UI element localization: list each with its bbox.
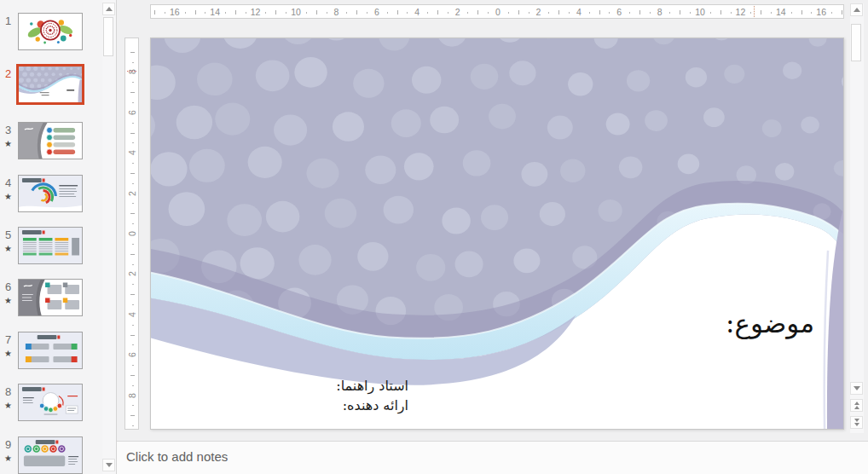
animation-star-icon: ★ bbox=[4, 349, 12, 358]
ruler-position-indicator bbox=[127, 71, 136, 72]
ruler-number: 10 bbox=[291, 7, 301, 17]
scrollbar-thumb[interactable] bbox=[851, 24, 861, 61]
ruler-tick bbox=[132, 284, 134, 285]
slide-thumbnail-3[interactable] bbox=[18, 122, 83, 159]
ruler-tick bbox=[132, 183, 134, 184]
slide-number-label: 4 bbox=[5, 176, 11, 189]
ruler-tick bbox=[286, 12, 286, 14]
ruler-tick bbox=[130, 52, 135, 53]
slide-thumbnail-6[interactable] bbox=[18, 279, 83, 316]
slide-thumbnail-5[interactable] bbox=[18, 227, 83, 264]
next-slide-button[interactable] bbox=[850, 416, 863, 429]
ruler-tick bbox=[165, 12, 165, 14]
notes-pane[interactable]: Click to add notes bbox=[117, 441, 868, 474]
slide-number-label: 7 bbox=[5, 333, 11, 346]
ruler-tick bbox=[609, 12, 610, 14]
thumbnail-art bbox=[19, 437, 82, 473]
horizontal-ruler: 1614121086420246810121416 bbox=[150, 4, 844, 19]
ruler-tick bbox=[132, 102, 134, 103]
thumbnail-art bbox=[19, 280, 82, 315]
ruler-tick bbox=[367, 12, 367, 14]
ruler-tick bbox=[791, 12, 792, 14]
double-up-arrow-icon bbox=[854, 402, 859, 405]
vertical-ruler: 864202468 bbox=[124, 38, 139, 430]
ruler-tick bbox=[132, 405, 134, 406]
slide-thumbnail-7[interactable] bbox=[18, 332, 83, 369]
ruler-number: 0 bbox=[127, 228, 137, 240]
ruler-number: 2 bbox=[535, 7, 541, 17]
slide-number-label: 2 bbox=[5, 67, 11, 80]
ruler-number: 8 bbox=[127, 66, 137, 78]
scroll-up-button[interactable] bbox=[850, 3, 863, 16]
ruler-tick bbox=[801, 10, 802, 14]
ruler-tick bbox=[132, 344, 134, 345]
animation-star-icon: ★ bbox=[4, 401, 12, 410]
ruler-tick bbox=[750, 12, 751, 14]
thumbnail-item: 2 bbox=[0, 66, 117, 110]
ruler-tick bbox=[508, 12, 509, 14]
notes-placeholder: Click to add notes bbox=[126, 449, 228, 464]
ruler-tick bbox=[130, 335, 135, 336]
triangle-down-icon bbox=[106, 463, 113, 467]
ruler-tick bbox=[132, 365, 134, 366]
ruler-tick bbox=[650, 12, 651, 14]
double-down-arrow-icon bbox=[854, 423, 859, 426]
main-scrollbar[interactable] bbox=[850, 3, 864, 433]
slide-thumbnail-8[interactable] bbox=[18, 384, 83, 421]
ruler-number: 8 bbox=[657, 7, 663, 17]
triangle-up-icon bbox=[106, 7, 113, 11]
slide-thumbnail-2[interactable] bbox=[16, 64, 84, 105]
ruler-number: 4 bbox=[576, 7, 582, 17]
slide-canvas[interactable]: موضوع: استاد راهنما: ارائه دهنده: bbox=[150, 38, 844, 430]
slide-thumbnail-4[interactable] bbox=[18, 175, 83, 212]
triangle-down-icon bbox=[854, 386, 860, 390]
thumbnail-item: 5★ bbox=[0, 227, 117, 271]
slide-title-textbox[interactable]: موضوع: bbox=[726, 308, 814, 338]
ruler-tick bbox=[130, 254, 135, 255]
ruler-tick bbox=[205, 12, 205, 14]
ruler-tick bbox=[327, 12, 327, 14]
ruler-tick bbox=[306, 12, 307, 14]
scroll-down-button[interactable] bbox=[850, 382, 863, 395]
ruler-tick bbox=[407, 12, 408, 14]
ruler-tick bbox=[130, 133, 135, 134]
ruler-tick bbox=[467, 12, 468, 14]
slide-thumbnail-1[interactable] bbox=[18, 13, 83, 50]
ruler-number: 14 bbox=[210, 7, 220, 17]
ruler-tick bbox=[132, 304, 134, 305]
ruler-tick bbox=[195, 10, 196, 14]
thumbnail-art bbox=[19, 332, 82, 368]
ruler-tick bbox=[265, 12, 266, 14]
previous-slide-button[interactable] bbox=[850, 399, 863, 412]
slide-thumbnail-9[interactable] bbox=[18, 436, 83, 474]
ruler-tick bbox=[397, 10, 398, 14]
thumbnail-item: 7★ bbox=[0, 332, 117, 376]
ruler-tick bbox=[831, 12, 832, 14]
ruler-tick bbox=[639, 10, 640, 14]
ruler-tick bbox=[488, 12, 489, 14]
ruler-tick bbox=[275, 10, 276, 14]
ruler-number: 6 bbox=[374, 7, 379, 17]
thumbnail-art bbox=[19, 228, 82, 263]
thumbnail-item: 8★ bbox=[0, 384, 117, 428]
thumbnail-item: 1 bbox=[0, 13, 117, 57]
ruler-tick bbox=[132, 325, 134, 326]
slide-number-label: 1 bbox=[5, 14, 11, 27]
thumbnail-item: 3★ bbox=[0, 122, 117, 166]
ruler-tick bbox=[680, 10, 680, 14]
scroll-up-button[interactable] bbox=[102, 3, 115, 15]
ruler-number: 2 bbox=[455, 7, 460, 17]
ruler-tick bbox=[448, 12, 448, 14]
scrollbar-thumb[interactable] bbox=[103, 17, 113, 56]
thumbnail-art bbox=[19, 66, 82, 102]
ruler-number: 4 bbox=[414, 7, 420, 17]
thumbnail-item: 4★ bbox=[0, 175, 117, 219]
ruler-tick bbox=[154, 10, 155, 14]
slide-credits-textbox[interactable]: استاد راهنما: ارائه دهنده: bbox=[336, 376, 408, 415]
ruler-tick bbox=[669, 12, 670, 14]
thumbnail-art bbox=[19, 14, 82, 49]
thumbnail-scrollbar[interactable] bbox=[102, 0, 116, 474]
ruler-tick bbox=[185, 12, 186, 14]
ruler-tick bbox=[132, 244, 134, 245]
scroll-down-button[interactable] bbox=[102, 459, 115, 471]
